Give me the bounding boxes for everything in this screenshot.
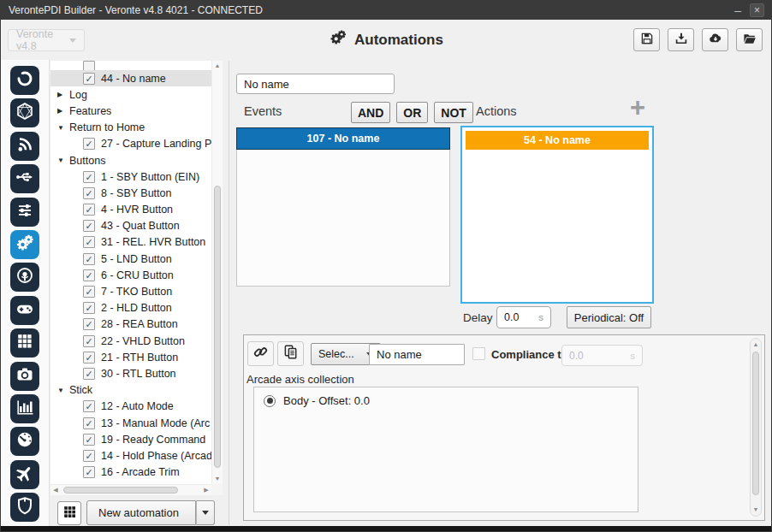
action-name-input[interactable] (369, 344, 465, 365)
checkbox[interactable]: ✓ (83, 269, 95, 281)
sidebar-item-power[interactable] (10, 66, 39, 95)
add-action-icon[interactable]: + (630, 94, 645, 121)
export-download-button[interactable] (668, 28, 694, 51)
scroll-up-icon[interactable]: ▲ (751, 340, 761, 350)
checkbox[interactable] (83, 61, 95, 70)
sidebar-item-gauge[interactable] (10, 427, 39, 456)
tree-horizontal-scrollbar[interactable]: ◀ ▶ (50, 484, 211, 495)
sidebar-item-gamepad[interactable] (10, 296, 39, 325)
checkbox[interactable]: ✓ (83, 318, 95, 330)
tree-group[interactable]: ▼Buttons (50, 152, 211, 168)
sidebar-item-automations-gears[interactable] (10, 230, 39, 259)
checkbox[interactable]: ✓ (83, 187, 95, 199)
expand-arrow-icon[interactable]: ▶ (57, 107, 67, 115)
new-automation-button[interactable]: New automation (86, 500, 196, 525)
sidebar-item-shield[interactable] (10, 493, 39, 522)
arcade-axis-option[interactable]: Body - Offset: 0.0 (254, 387, 638, 407)
checkbox[interactable]: ✓ (83, 171, 95, 183)
arcade-axis-list[interactable]: Body - Offset: 0.0 (253, 387, 638, 512)
tree-item[interactable]: ✓7 - TKO Button (50, 283, 211, 299)
tree-item[interactable]: ✓2 - HLD Button (50, 300, 211, 316)
scrollbar-thumb[interactable] (63, 487, 178, 494)
checkbox[interactable]: ✓ (83, 73, 95, 85)
delay-input[interactable]: 0.0 s (496, 306, 551, 328)
checkbox[interactable]: ✓ (83, 236, 95, 248)
sidebar-item-camera[interactable] (10, 362, 39, 391)
or-button[interactable]: OR (396, 102, 428, 123)
sidebar-item-sliders[interactable] (10, 198, 39, 227)
tree-item[interactable]: ✓31 - REL. HVR Button (50, 234, 211, 251)
radio-selected-icon[interactable] (264, 395, 276, 407)
checkbox[interactable]: ✓ (83, 138, 95, 150)
link-button[interactable] (247, 341, 274, 366)
tree-item-partial[interactable] (50, 61, 211, 70)
tree-group[interactable]: ▶Log (50, 86, 211, 103)
sidebar-item-hex-mesh[interactable] (10, 98, 39, 127)
tree-item[interactable]: ✓43 - Quat Button (50, 218, 211, 234)
automation-name-input[interactable] (236, 74, 395, 94)
tree-item[interactable]: ✓4 - HVR Button (50, 202, 211, 218)
save-button[interactable] (633, 28, 660, 51)
collapse-arrow-icon[interactable]: ▼ (57, 157, 67, 164)
open-folder-button[interactable] (736, 28, 763, 51)
tree-item[interactable]: ✓13 - Manual Mode (Arc (50, 415, 211, 431)
expand-arrow-icon[interactable]: ▶ (57, 91, 67, 98)
checkbox[interactable]: ✓ (83, 466, 95, 478)
tree-item[interactable]: ✓22 - VHLD Button (50, 333, 211, 349)
checkbox[interactable]: ✓ (83, 417, 95, 429)
tree-item[interactable]: ✓28 - REA Button (50, 316, 211, 333)
checkbox[interactable]: ✓ (83, 204, 95, 216)
checkbox[interactable]: ✓ (83, 450, 95, 462)
scrollbar-thumb[interactable] (752, 352, 759, 495)
tree-item[interactable]: ✓8 - SBY Button (50, 185, 211, 201)
copy-button[interactable] (277, 341, 304, 366)
checkbox[interactable]: ✓ (83, 335, 95, 347)
action-item-selected[interactable]: 54 - No name (466, 131, 649, 150)
scroll-up-icon[interactable]: ▲ (212, 61, 223, 71)
sidebar-item-airplane[interactable] (10, 460, 39, 489)
tree-item[interactable]: ✓44 - No name (50, 70, 211, 86)
scroll-down-icon[interactable]: ▼ (751, 505, 761, 515)
compliance-time-checkbox[interactable] (472, 347, 485, 360)
periodical-toggle-button[interactable]: Periodical: Off (567, 306, 651, 328)
editor-vertical-scrollbar[interactable]: ▲ ▼ (750, 338, 762, 517)
tree-item[interactable]: ✓14 - Hold Phase (Arcad (50, 447, 211, 464)
tree-group[interactable]: ▼Stick (50, 382, 211, 399)
sidebar-item-podcast[interactable] (10, 263, 39, 292)
tree-group[interactable]: ▶Features (50, 103, 211, 119)
sidebar-item-bar-chart[interactable] (10, 394, 39, 423)
collapse-arrow-icon[interactable]: ▼ (57, 124, 67, 132)
sidebar-item-grid[interactable] (10, 328, 39, 358)
sidebar-item-usb[interactable] (10, 164, 39, 193)
checkbox[interactable]: ✓ (83, 220, 95, 232)
tree-item[interactable]: ✓30 - RTL Button (50, 365, 211, 381)
tree-item[interactable]: ✓1 - SBY Button (EIN) (50, 168, 211, 185)
tree-item[interactable]: ✓6 - CRU Button (50, 267, 211, 283)
tree-item[interactable]: ✓5 - LND Button (50, 251, 211, 267)
tree-item[interactable]: ✓21 - RTH Button (50, 349, 211, 365)
checkbox[interactable]: ✓ (83, 352, 95, 364)
scroll-left-icon[interactable]: ◀ (50, 485, 61, 495)
checkbox[interactable]: ✓ (83, 368, 95, 380)
scroll-right-icon[interactable]: ▶ (201, 485, 211, 495)
tree-group[interactable]: ▼Return to Home (50, 120, 211, 136)
tree-item[interactable]: ✓19 - Ready Command (50, 431, 211, 447)
event-item-selected[interactable]: 107 - No name (236, 127, 450, 150)
checkbox[interactable]: ✓ (83, 253, 95, 265)
checkbox[interactable]: ✓ (83, 286, 95, 298)
tree-item[interactable]: ✓12 - Auto Mode (50, 399, 211, 415)
tree-vertical-scrollbar[interactable]: ▲ ▼ (211, 61, 223, 484)
and-button[interactable]: AND (351, 102, 390, 123)
cloud-download-button[interactable] (702, 28, 728, 51)
checkbox[interactable]: ✓ (83, 302, 95, 314)
automation-grid-button[interactable] (57, 501, 81, 525)
checkbox[interactable]: ✓ (83, 434, 95, 446)
tree-item[interactable]: ✓16 - Arcade Trim (50, 464, 211, 481)
collapse-arrow-icon[interactable]: ▼ (57, 387, 67, 394)
events-list[interactable]: 107 - No name (236, 127, 450, 287)
checkbox[interactable]: ✓ (83, 400, 95, 412)
not-button[interactable]: NOT (434, 102, 473, 123)
minimize-icon[interactable]: – (734, 6, 741, 15)
new-automation-dropdown[interactable] (196, 500, 215, 525)
scrollbar-thumb[interactable] (214, 186, 221, 468)
